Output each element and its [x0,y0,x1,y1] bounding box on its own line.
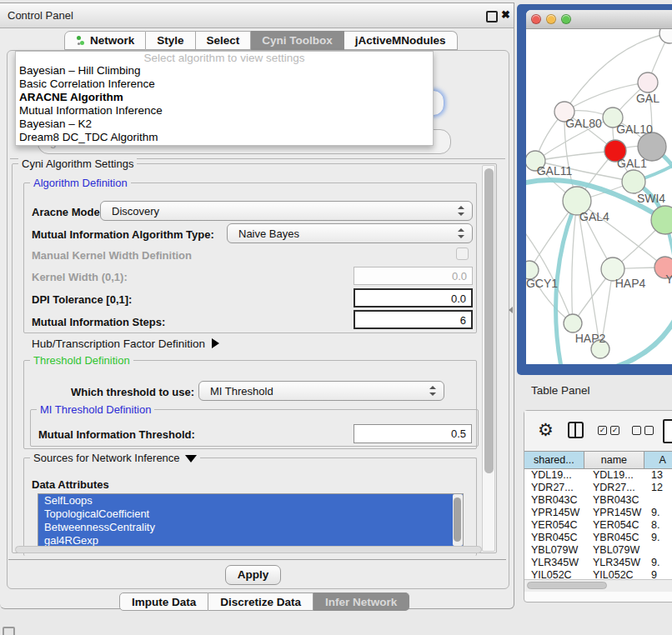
settings-scrollbar-thumb[interactable] [484,168,494,473]
network-node[interactable] [651,206,672,234]
network-node[interactable] [564,314,582,332]
table-hscroll-thumb[interactable] [527,582,607,589]
table-row[interactable]: YLR345WYLR345W9. [524,557,672,569]
traffic-light-zoom-icon[interactable] [561,14,571,24]
table-cell: YDL19... [593,469,634,482]
split-columns-icon[interactable] [568,422,584,438]
algorithm-option-bayesian-hill-climbing[interactable]: Bayesian – Hill Climbing [16,64,433,78]
mi-algorithm-type-value: Naive Bayes [238,228,299,240]
table-cell: 8. [651,519,659,532]
tab-cyni-toolbox[interactable]: Cyni Toolbox [251,31,344,50]
cyni-settings-legend: Cyni Algorithm Settings [18,158,137,170]
float-window-icon[interactable] [486,11,498,22]
network-node[interactable] [638,72,658,92]
node-label-hap2: HAP2 [575,332,606,345]
algorithm-option-bayesian-k2[interactable]: Bayesian – K2 [16,118,433,131]
tab-infer-network[interactable]: Infer Network [313,592,409,611]
traffic-light-close-icon[interactable] [531,14,541,24]
control-panel-titlebar: Control Panel ✖ [0,3,514,28]
table-row[interactable]: YBR043CYBR043C [524,494,672,507]
manual-kernel-checkbox[interactable] [456,248,469,260]
table-rows: YDL19...YDL19...13YDR27...YDR27...12YBR0… [524,469,672,580]
unchecked-box-icon[interactable] [644,426,654,435]
attributes-scrollbar[interactable] [453,494,463,546]
aracne-mode-value: Discovery [112,205,159,218]
table-cell: YLR345W [593,557,640,569]
column-header-a[interactable]: A [644,452,672,468]
dropdown-prompt: Select algorithm to view settings [16,52,433,64]
tab-discretize-data[interactable]: Discretize Data [208,592,313,611]
table-cell: YPR145W [593,507,641,519]
node-label-gcy1: GCY1 [526,277,558,290]
collapse-down-icon [185,455,197,462]
checked-box-icon[interactable]: ✓ [598,426,607,435]
attribute-item-betweennesscentrality[interactable]: BetweennessCentrality [38,521,463,534]
data-attributes-list: SelfLoopsTopologicalCoefficientBetweenne… [38,493,464,547]
gear-icon[interactable]: ⚙ [538,420,554,440]
node-label-y: Y [665,272,672,286]
which-threshold-combo[interactable]: MI Threshold [198,381,444,401]
apply-button[interactable]: Apply [225,565,281,585]
unchecked-box-icon[interactable] [632,426,641,435]
dpi-tolerance-field[interactable]: 0.0 [354,288,473,308]
which-threshold-label: Which threshold to use: [71,386,194,398]
attribute-item-topologicalcoefficient[interactable]: TopologicalCoefficient [38,508,463,521]
table-row[interactable]: YPR145WYPR145W9. [524,507,672,519]
dpi-tolerance-label: DPI Tolerance [0,1]: [32,293,132,306]
table-cell: YPR145W [531,507,579,519]
kernel-width-field[interactable]: 0.0 [354,267,473,285]
column-header-shared[interactable]: shared... [524,452,584,468]
network-view-frame: GALGAL80GAL10GAL1GAL11SWI4GAL4GCY1HAP4YH… [517,4,672,375]
table-row[interactable]: YBL079WYBL079W [524,544,672,557]
hub-definition-expander[interactable]: Hub/Transcription Factor Definition [32,338,219,350]
algorithm-option-dream8-dc-tdc-algorithm[interactable]: Dream8 DC_TDC Algorithm [16,131,433,144]
mi-algorithm-type-combo[interactable]: Naive Bayes [227,223,473,243]
algorithm-option-basic-correlation-inference[interactable]: Basic Correlation Inference [16,78,433,91]
attributes-scrollbar-thumb[interactable] [454,498,461,542]
mi-steps-field[interactable]: 6 [354,310,473,329]
sources-legend[interactable]: Sources for Network Inference [30,452,200,464]
tab-network[interactable]: Network [64,31,146,50]
node-label-gal11: GAL11 [537,164,573,178]
mi-threshold-field[interactable]: 0.5 [354,424,472,443]
tab-select[interactable]: Select [196,31,252,50]
minimized-panel-icon[interactable] [3,627,15,635]
table-horizontal-scrollbar[interactable] [524,579,672,592]
traffic-light-minimize-icon[interactable] [546,14,556,24]
algorithm-option-aracne-algorithm[interactable]: ARACNE Algorithm [16,91,433,104]
new-table-icon[interactable] [663,419,672,443]
close-icon[interactable]: ✖ [501,8,510,21]
node-label-swi4: SWI4 [637,192,665,205]
table-row[interactable]: YDL19...YDL19...13 [524,469,672,482]
column-header-name[interactable]: name [584,452,645,468]
network-node[interactable] [659,29,672,43]
tab-jactivemnodules[interactable]: jActiveMNodules [344,31,458,50]
node-label-hap4: HAP4 [615,277,646,290]
expand-right-icon [212,338,219,348]
tab-impute-data[interactable]: Impute Data [119,592,208,611]
attribute-item-selfloops[interactable]: SelfLoops [38,494,463,508]
network-canvas[interactable]: GALGAL80GAL10GAL1GAL11SWI4GAL4GCY1HAP4YH… [526,29,672,364]
network-node[interactable] [622,170,645,193]
table-panel-title: Table Panel [531,384,590,397]
tab-label: Network [90,34,134,47]
aracne-mode-combo[interactable]: Discovery [100,201,473,221]
table-row[interactable]: YER054CYER054C8. [524,519,672,532]
split-pane-handle-icon[interactable] [509,307,513,313]
tab-style[interactable]: Style [146,31,195,50]
which-threshold-value: MI Threshold [210,385,273,398]
attribute-item-gal4rgexp[interactable]: gal4RGexp [38,534,463,547]
node-label-gal1: GAL1 [617,157,647,170]
cyni-bottom-tabs: Impute DataDiscretize DataInfer Network [119,592,409,611]
settings-horizontal-scrollbar-thumb[interactable] [15,546,482,553]
checked-box-icon[interactable]: ✓ [610,426,619,435]
algorithm-option-mutual-information-inference[interactable]: Mutual Information Inference [16,104,433,118]
node-label-gal80: GAL80 [565,117,602,130]
table-cell: YBR045C [593,532,639,544]
apply-divider [8,559,506,560]
spinner-arrows-icon [458,206,464,216]
aracne-mode-label: Aracne Mode: [32,206,103,218]
table-row[interactable]: YBR045CYBR045C9. [524,532,672,544]
table-row[interactable]: YDR27...YDR27...12 [524,482,672,494]
settings-vertical-scrollbar[interactable] [482,165,495,552]
